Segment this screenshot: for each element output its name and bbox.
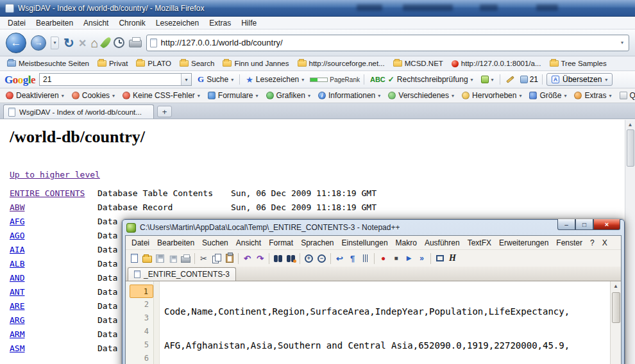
dir-link-asm[interactable]: ASM [10,343,24,353]
bookmark-search[interactable]: Search [176,58,218,69]
up-to-higher-level-link[interactable]: Up to higher level [10,170,100,179]
new-tab-button[interactable]: + [157,106,172,117]
scrollbar-thumb[interactable] [612,292,620,323]
find-icon[interactable] [273,253,284,264]
dir-link-arm[interactable]: ARM [10,329,24,339]
npp-menu-sprachen[interactable]: Sprachen [297,237,337,249]
back-button[interactable]: ← [6,33,26,53]
dir-link-abw[interactable]: ABW [10,203,24,212]
tab-wsgidav[interactable]: WsgiDAV - Index of /world-db/count... [3,104,154,119]
history-dropdown[interactable]: ▾ [51,37,59,49]
play-macro-icon[interactable]: ▶ [403,253,414,264]
counter-badge[interactable]: 21 [520,75,538,84]
autofill-button[interactable]: ▾ [479,74,496,85]
npp-menu-format[interactable]: Format [265,237,297,249]
webdev-formulare[interactable]: Formulare▾ [204,90,262,101]
webdev-extras[interactable]: Extras▾ [570,90,615,101]
replace-icon[interactable] [285,253,296,264]
dir-link-entire-contents[interactable]: ENTIRE CONTENTS [10,188,85,198]
maximize-button[interactable]: □ [575,219,593,230]
npp-menu-einstellungen[interactable]: Einstellungen [338,237,392,249]
scrollbar-thumb[interactable] [627,129,634,167]
dir-link-afg[interactable]: AFG [10,217,24,226]
code-area[interactable]: Code,Name,Continent,Region,SurfaceArea,I… [160,281,610,364]
redo-icon[interactable]: ↷ [255,253,266,264]
fullscreen-icon[interactable] [434,253,445,264]
webdev-hervorheben[interactable]: Hervorheben▾ [458,90,525,101]
webdev-groesse[interactable]: Größe▾ [525,90,570,101]
copy-icon[interactable] [211,253,222,264]
scroll-up-icon[interactable]: ▲ [613,282,618,291]
zoom-in-icon[interactable]: + [303,253,314,264]
google-search-input[interactable] [40,74,181,85]
bookmark-plato[interactable]: PLATO [132,58,175,69]
spellcheck-button[interactable]: ABC✓Rechtschreibprüfung▾ [368,74,475,85]
scroll-up-icon[interactable]: ▲ [628,120,633,129]
minimize-button[interactable]: – [557,219,575,230]
notepad-titlebar[interactable]: C:\Users\Martin\AppData\Local\Temp\_ENTI… [125,220,622,235]
npp-menu-suchen[interactable]: Suchen [198,237,232,249]
new-file-icon[interactable] [129,253,140,264]
menu-hilfe[interactable]: Hilfe [236,17,262,29]
print-button[interactable] [129,40,142,47]
npp-menu-x[interactable]: X [598,237,611,249]
cut-icon[interactable]: ✂ [198,253,209,264]
save-all-icon[interactable] [167,253,178,264]
dir-link-aia[interactable]: AIA [10,245,24,254]
bookmark-meistbesuchte[interactable]: Meistbesuchte Seiten [3,58,93,69]
dir-link-and[interactable]: AND [10,273,24,283]
bookmark-privat[interactable]: Privat [94,58,131,69]
show-symbols-icon[interactable]: ¶ [347,253,358,264]
bookmark-finn-und-jannes[interactable]: Finn und Jannes [219,58,292,69]
editor-scrollbar[interactable]: ▲ [610,281,621,364]
highlighter-button[interactable] [504,77,516,82]
dir-link-are[interactable]: ARE [10,301,24,311]
bookmark-localhost-8001[interactable]: http://127.0.0.1:8001/a... [448,58,545,69]
feather-extension-icon[interactable] [100,36,112,49]
browser-scrollbar[interactable]: ▲ [625,120,635,364]
home-button[interactable]: ⌂ [90,37,98,49]
indent-guide-icon[interactable] [360,253,371,264]
close-button[interactable]: × [593,219,620,230]
stop-macro-icon[interactable]: ■ [391,253,402,264]
google-search-button[interactable]: GSuche▾ [196,73,235,86]
menu-chronik[interactable]: Chronik [114,17,150,29]
notepad-editor[interactable]: 1 2 3 4 5 6 Code,Name,Continent,Region,S… [126,281,621,364]
google-search-box[interactable]: ▾ [39,73,192,86]
menu-datei[interactable]: Datei [3,17,31,29]
document-tab[interactable]: _ENTIRE_CONTENTS-3 [128,267,236,281]
url-dropdown-icon[interactable]: ▾ [619,40,625,46]
npp-menu-bearbeiten[interactable]: Bearbeiten [153,237,198,249]
url-bar[interactable]: ▾ [146,35,629,51]
menu-bearbeiten[interactable]: Bearbeiten [31,17,78,29]
dir-link-alb[interactable]: ALB [10,259,24,269]
npp-menu-help[interactable]: ? [586,237,598,249]
save-icon[interactable] [155,253,165,264]
npp-menu-makro[interactable]: Makro [392,237,421,249]
search-dropdown-icon[interactable]: ▾ [181,74,191,85]
textfx-icon[interactable]: H [447,253,458,264]
npp-menu-datei[interactable]: Datei [128,237,153,249]
webdev-grafiken[interactable]: Grafiken▾ [262,90,314,101]
translate-button[interactable]: AÜbersetzen▾ [546,73,613,86]
zoom-out-icon[interactable]: − [316,253,327,264]
webdev-informationen[interactable]: iInformationen▾ [314,90,384,101]
npp-menu-erweiterungen[interactable]: Erweiterungen [495,237,552,249]
dir-link-arg[interactable]: ARG [10,315,24,325]
webdev-cookies[interactable]: Cookies▾ [68,90,119,101]
webdev-verschiedenes[interactable]: Verschiedenes▾ [384,90,458,101]
menu-lesezeichen[interactable]: Lesezeichen [151,17,204,29]
webdev-quelltext[interactable]: Quelltext [616,90,635,101]
dir-link-ant[interactable]: ANT [10,287,24,297]
npp-menu-textfx[interactable]: TextFX [464,237,495,249]
stop-button[interactable]: × [79,37,87,49]
npp-menu-ansicht[interactable]: Ansicht [232,237,265,249]
google-bookmarks-button[interactable]: ★Lesezeichen▾ [244,74,306,85]
undo-icon[interactable]: ↶ [242,253,253,264]
record-macro-icon[interactable]: ● [378,253,389,264]
history-clock-button[interactable] [114,37,124,48]
open-file-icon[interactable] [142,253,153,264]
menu-extras[interactable]: Extras [204,17,236,29]
dir-link-ago[interactable]: AGO [10,231,24,240]
word-wrap-icon[interactable]: ↩ [334,253,345,264]
